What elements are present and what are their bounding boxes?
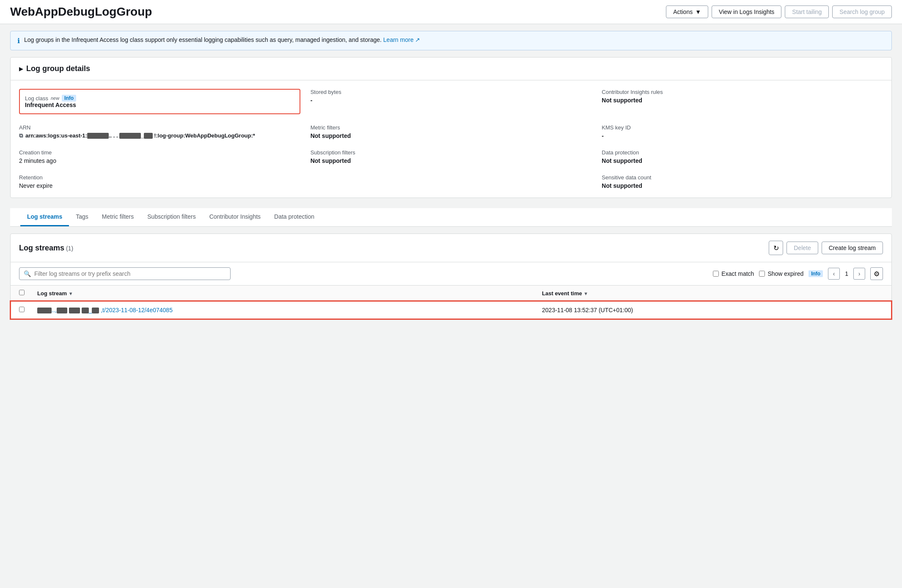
kms-key-label: KMS key ID [602, 124, 883, 131]
arn-label: ARN [19, 124, 300, 131]
exact-match-checkbox[interactable] [713, 271, 719, 277]
creation-time-label: Creation time [19, 149, 300, 156]
log-class-info-badge[interactable]: Info [62, 95, 76, 102]
data-protection-label: Data protection [602, 149, 883, 156]
tabs: Log streams Tags Metric filters Subscrip… [10, 208, 892, 226]
tab-log-streams[interactable]: Log streams [20, 208, 69, 226]
external-link-icon: ↗ [415, 36, 420, 43]
prev-page-button[interactable]: ‹ [828, 268, 840, 280]
search-input[interactable] [34, 270, 226, 277]
sensitive-data-label: Sensitive data count [602, 174, 883, 181]
arn-text: arn:aws:logs:us-east-1:██████.. . . ████… [25, 132, 255, 139]
stored-bytes-detail: Stored bytes - [311, 89, 592, 114]
settings-icon: ⚙ [874, 270, 880, 278]
show-expired-label[interactable]: Show expired [759, 270, 803, 277]
refresh-button[interactable]: ↻ [769, 241, 783, 255]
next-page-button[interactable]: › [853, 268, 865, 280]
header-actions: Actions ▼ View in Logs Insights Start ta… [666, 5, 892, 18]
dropdown-arrow-icon: ▼ [695, 8, 701, 15]
col-last-event: Last event time ▼ [534, 286, 891, 301]
show-expired-checkbox[interactable] [759, 271, 765, 277]
info-banner: ℹ Log groups in the Infrequent Access lo… [10, 31, 892, 50]
learn-more-link[interactable]: Learn more ↗ [383, 36, 420, 43]
log-class-detail: Log class new Info Infrequent Access [19, 89, 300, 114]
retention-value: Never expire [19, 182, 300, 189]
col-log-stream: Log stream ▼ [29, 286, 534, 301]
retention-detail: Retention Never expire [19, 174, 300, 189]
actions-button[interactable]: Actions ▼ [666, 5, 708, 18]
subscription-filters-value: Not supported [311, 157, 592, 164]
details-section-title: Log group details [26, 64, 90, 73]
arn-redacted3: ___ [144, 133, 152, 139]
contributor-insights-label: Contributor Insights rules [602, 89, 883, 95]
data-protection-detail: Data protection Not supported [602, 149, 883, 164]
copy-icon[interactable]: ⧉ [19, 132, 23, 139]
pagination: ‹ 1 › [828, 268, 865, 280]
log-streams-header: Log streams (1) ↻ Delete Create log stre… [11, 234, 891, 262]
grid-spacer [311, 174, 592, 189]
log-streams-section: Log streams (1) ↻ Delete Create log stre… [10, 234, 892, 319]
tab-metric-filters[interactable]: Metric filters [95, 208, 140, 226]
sensitive-data-detail: Sensitive data count Not supported [602, 174, 883, 189]
search-icon: 🔍 [24, 270, 31, 277]
kms-key-detail: KMS key ID - [602, 124, 883, 139]
log-streams-title-wrapper: Log streams (1) [19, 244, 73, 253]
start-tailing-button[interactable]: Start tailing [785, 5, 829, 18]
subscription-filters-label: Subscription filters [311, 149, 592, 156]
show-expired-info-badge[interactable]: Info [808, 270, 823, 277]
table-settings-button[interactable]: ⚙ [870, 267, 883, 280]
log-streams-title: Log streams [19, 244, 64, 252]
select-all-checkbox[interactable] [19, 290, 25, 295]
tab-tags[interactable]: Tags [69, 208, 95, 226]
kms-key-value: - [602, 132, 883, 139]
contributor-insights-detail: Contributor Insights rules Not supported [602, 89, 883, 114]
creation-time-detail: Creation time 2 minutes ago [19, 149, 300, 164]
arn-redacted1: ██████ [87, 133, 109, 139]
contributor-insights-value: Not supported [602, 97, 883, 104]
stored-bytes-label: Stored bytes [311, 89, 592, 95]
table-header: Log stream ▼ Last event time ▼ [11, 286, 891, 301]
exact-match-label[interactable]: Exact match [713, 270, 754, 277]
view-insights-button[interactable]: View in Logs Insights [712, 5, 781, 18]
filter-bar: 🔍 Exact match Show expired Info ‹ 1 › [11, 262, 891, 286]
details-grid: Log class new Info Infrequent Access Sto… [11, 80, 891, 198]
log-class-value: Infrequent Access [25, 102, 294, 108]
last-event-sort-icon[interactable]: ▼ [583, 291, 588, 296]
row-checkbox-cell [11, 301, 29, 319]
sensitive-data-value: Not supported [602, 182, 883, 189]
log-streams-count: (1) [66, 245, 73, 252]
last-event-cell: 2023-11-08 13:52:37 (UTC+01:00) [534, 301, 891, 319]
metric-filters-label: Metric filters [311, 124, 592, 131]
arn-redacted2: ██████ [119, 133, 141, 139]
header-buttons: ↻ Delete Create log stream [769, 241, 883, 255]
details-section-header: ▶ Log group details [11, 58, 891, 80]
delete-button[interactable]: Delete [786, 242, 818, 254]
log-group-details-section: ▶ Log group details Log class new Info I… [10, 57, 892, 198]
collapse-triangle-icon[interactable]: ▶ [19, 66, 23, 72]
arn-detail: ARN ⧉ arn:aws:logs:us-east-1:██████.. . … [19, 124, 300, 139]
page-title: WebAppDebugLogGroup [10, 5, 152, 19]
subscription-filters-detail: Subscription filters Not supported [311, 149, 592, 164]
row-checkbox[interactable] [19, 307, 25, 312]
stream-link[interactable]: ████..,███ ███ ██_██ ,t/2023-11-08-12/4e… [37, 307, 173, 313]
creation-time-value: 2 minutes ago [19, 157, 300, 164]
table-row: ████..,███ ███ ██_██ ,t/2023-11-08-12/4e… [11, 301, 891, 319]
sort-icon[interactable]: ▼ [69, 291, 73, 296]
page-number: 1 [842, 270, 852, 277]
log-streams-table: Log stream ▼ Last event time ▼ [11, 286, 891, 319]
tabs-container: Log streams Tags Metric filters Subscrip… [10, 208, 892, 227]
create-log-stream-button[interactable]: Create log stream [822, 242, 883, 254]
banner-text: Log groups in the Infrequent Access log … [24, 36, 420, 43]
new-badge: new [51, 96, 59, 101]
search-log-group-button[interactable]: Search log group [832, 5, 892, 18]
tab-data-protection[interactable]: Data protection [267, 208, 321, 226]
tab-contributor-insights[interactable]: Contributor Insights [203, 208, 267, 226]
refresh-icon: ↻ [773, 244, 779, 252]
select-all-header [11, 286, 29, 301]
metric-filters-detail: Metric filters Not supported [311, 124, 592, 139]
arn-value: ⧉ arn:aws:logs:us-east-1:██████.. . . ██… [19, 132, 300, 139]
metric-filters-value: Not supported [311, 132, 592, 139]
tab-subscription-filters[interactable]: Subscription filters [140, 208, 202, 226]
filter-options: Exact match Show expired Info ‹ 1 › ⚙ [713, 267, 883, 280]
page-header: WebAppDebugLogGroup Actions ▼ View in Lo… [0, 0, 902, 24]
